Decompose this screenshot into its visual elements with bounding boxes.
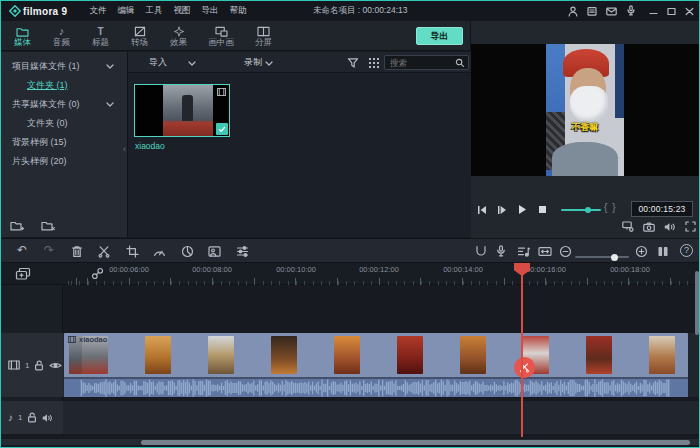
menu-help[interactable]: 帮助: [229, 5, 246, 17]
menu-tools[interactable]: 工具: [145, 5, 162, 17]
menu-export[interactable]: 导出: [201, 5, 218, 17]
menu-edit[interactable]: 编辑: [117, 5, 134, 17]
green-screen-button[interactable]: [208, 245, 221, 258]
toggle-visibility-eye-icon[interactable]: [49, 361, 62, 370]
delete-folder-button[interactable]: [41, 220, 55, 232]
tab-effects[interactable]: 效果: [159, 26, 198, 47]
video-type-icon: [217, 88, 226, 96]
account-icon[interactable]: [568, 6, 578, 17]
zoom-to-fit-button[interactable]: [538, 245, 552, 258]
mic-icon[interactable]: [626, 5, 636, 17]
seek-handle[interactable]: [585, 207, 591, 213]
menu-view[interactable]: 视图: [173, 5, 190, 17]
split-clip-button[interactable]: [514, 357, 535, 378]
volume-icon[interactable]: [664, 222, 676, 232]
close-button[interactable]: [685, 7, 694, 16]
timeline-video-clip[interactable]: xiaodao: [64, 333, 688, 397]
clip-frame-thumbnail: [145, 336, 171, 374]
voiceover-mic-button[interactable]: [496, 245, 506, 258]
sidebar-item-folder-0[interactable]: 文件夹 (0): [1, 114, 127, 133]
mark-out-icon[interactable]: }: [612, 202, 620, 213]
import-dropdown-chevron[interactable]: [188, 61, 196, 66]
maximize-button[interactable]: [667, 7, 676, 16]
sidebar-item-project-media[interactable]: 项目媒体文件 (1): [1, 57, 127, 76]
advanced-settings-button[interactable]: [236, 245, 249, 258]
audio-track-number: 1: [18, 413, 22, 422]
filter-icon[interactable]: [347, 57, 359, 69]
clip-frame-thumbnail: [460, 336, 486, 374]
media-clip-thumbnail[interactable]: [134, 84, 230, 137]
grid-view-icon[interactable]: [369, 58, 379, 68]
help-button[interactable]: ?: [680, 244, 693, 257]
news-icon[interactable]: [587, 6, 597, 17]
folder-icon: [16, 26, 29, 37]
undo-button[interactable]: ↶: [17, 244, 27, 256]
import-button[interactable]: 导入: [149, 52, 167, 73]
play-button[interactable]: [517, 204, 527, 215]
zoom-out-button[interactable]: [559, 245, 572, 258]
timeline-header: 00:00:06:00 00:00:08:00 00:00:10:00 00:0…: [1, 263, 699, 285]
speed-button[interactable]: [153, 245, 166, 258]
ruler-label: 00:00:14:00: [435, 265, 491, 274]
video-stage: 不香嘛: [471, 44, 700, 176]
preview-secondary-controls: [622, 221, 696, 232]
menu-file[interactable]: 文件: [89, 5, 106, 17]
tab-audio[interactable]: ♪ 音频: [42, 26, 81, 47]
ruler-label: 00:00:10:00: [268, 265, 324, 274]
face-mask: [570, 86, 608, 122]
delete-button[interactable]: [71, 245, 83, 258]
fullscreen-icon[interactable]: [685, 221, 696, 232]
new-folder-button[interactable]: [10, 220, 24, 232]
playhead-line[interactable]: [521, 265, 523, 437]
tab-media[interactable]: 媒体: [3, 26, 42, 47]
seek-slider[interactable]: [561, 209, 601, 211]
in-timeline-check-icon: [216, 123, 228, 135]
timeline-horizontal-scrollbar[interactable]: [1, 439, 699, 445]
next-frame-button[interactable]: [497, 205, 507, 215]
clip-frame-thumbnail: [649, 336, 675, 374]
crop-button[interactable]: [126, 245, 139, 258]
redo-button[interactable]: ↷: [44, 244, 54, 256]
lock-track-icon[interactable]: [27, 412, 37, 423]
audio-mixer-button[interactable]: [517, 245, 530, 258]
tab-pip[interactable]: 画中画: [198, 26, 244, 47]
record-button[interactable]: 录制: [244, 52, 262, 73]
stop-button[interactable]: [538, 205, 547, 214]
previous-frame-button[interactable]: [477, 205, 487, 215]
title-t-icon: T: [97, 26, 103, 37]
audio-mask-icon[interactable]: [475, 245, 487, 258]
sidebar-item-shared-media[interactable]: 共享媒体文件 (0): [1, 95, 127, 114]
video-track-icon: [8, 360, 20, 370]
scrollbar-thumb[interactable]: [141, 440, 690, 445]
tab-transitions[interactable]: 转场: [120, 26, 159, 47]
search-input[interactable]: [388, 57, 455, 69]
minimize-button[interactable]: [649, 7, 658, 16]
audio-track-lane[interactable]: [63, 401, 699, 434]
clip-frame-thumbnail: [271, 336, 297, 374]
sidebar-item-folder-1[interactable]: 文件夹 (1): [1, 76, 127, 95]
color-correction-button[interactable]: [181, 245, 194, 258]
edit-toolbar: ↶ ↷ ?: [1, 238, 699, 263]
timeline-vertical-scrollbar[interactable]: [695, 271, 699, 335]
ruler-label: 00:00:06:00: [101, 265, 157, 274]
tab-split-screen[interactable]: 分屏: [244, 26, 283, 47]
timeline-ruler[interactable]: 00:00:06:00 00:00:08:00 00:00:10:00 00:0…: [63, 263, 699, 285]
export-button[interactable]: 导出: [416, 27, 463, 45]
mute-track-icon[interactable]: [42, 413, 53, 423]
split-scissors-button[interactable]: [98, 245, 110, 258]
tab-titles[interactable]: T 标题: [81, 26, 120, 47]
manage-tracks-button[interactable]: [15, 267, 31, 281]
zoom-in-button[interactable]: [635, 245, 648, 258]
dual-monitor-button[interactable]: [657, 245, 669, 258]
record-dropdown-chevron[interactable]: [265, 61, 273, 66]
mail-icon[interactable]: [606, 6, 617, 17]
timeline-zoom-handle[interactable]: [611, 254, 618, 261]
sidebar-item-intro-samples[interactable]: 片头样例 (20): [1, 152, 127, 171]
ruler-label: 00:00:18:00: [602, 265, 658, 274]
panel-collapse-handle[interactable]: ‹: [123, 144, 126, 154]
sidebar-item-background-samples[interactable]: 背景样例 (15): [1, 133, 127, 152]
snapshot-camera-icon[interactable]: [643, 222, 655, 232]
lock-track-icon[interactable]: [34, 360, 44, 371]
display-settings-icon[interactable]: [622, 221, 634, 232]
timeline-zoom-slider[interactable]: [575, 256, 629, 258]
